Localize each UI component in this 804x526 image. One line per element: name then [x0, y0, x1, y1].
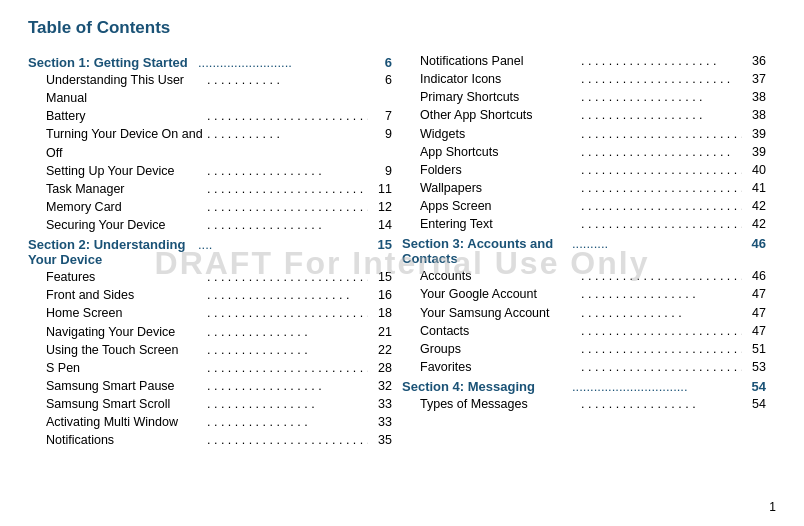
- entry-dots: . . . . . . . . . . . . . . . .: [207, 395, 368, 413]
- entry-page: 39: [742, 143, 766, 161]
- entry-dots: . . . . . . . . . . . . . . .: [207, 341, 368, 359]
- entry-dots: . . . . . . . . . . . . . . . . . . . . …: [581, 197, 742, 215]
- section-title: Section 4: Messaging: [402, 379, 572, 394]
- entry-dots: . . . . . . . . . . . . . . .: [581, 304, 742, 322]
- entry-page: 47: [742, 322, 766, 340]
- entry-page: 22: [368, 341, 392, 359]
- entry-page: 39: [742, 125, 766, 143]
- toc-entry: Contacts . . . . . . . . . . . . . . . .…: [402, 322, 766, 340]
- entry-dots: . . . . . . . . . . . . . . . . . . . . …: [581, 322, 742, 340]
- entry-title: Activating Multi Window: [46, 413, 207, 431]
- entry-dots: . . . . . . . . . . . . . . .: [207, 413, 368, 431]
- toc-entry: Samsung Smart Pause . . . . . . . . . . …: [28, 377, 392, 395]
- entry-title: Battery: [46, 107, 207, 125]
- entry-dots: . . . . . . . . . . . . . . . . . . . . …: [581, 161, 742, 179]
- entry-title: Your Samsung Account: [420, 304, 581, 322]
- entry-dots: . . . . . . . . . . . . . . . . . . . . …: [207, 304, 368, 322]
- toc-entry: Wallpapers . . . . . . . . . . . . . . .…: [402, 179, 766, 197]
- toc-entry: Folders . . . . . . . . . . . . . . . . …: [402, 161, 766, 179]
- toc-entry: Setting Up Your Device . . . . . . . . .…: [28, 162, 392, 180]
- entry-dots: ..........................: [198, 55, 368, 70]
- entry-page: 9: [368, 162, 392, 180]
- entry-dots: . . . . . . . . . . . . . . . . . . . . …: [581, 179, 742, 197]
- entry-page: 51: [742, 340, 766, 358]
- entry-title: Other App Shortcuts: [420, 106, 581, 124]
- entry-page: 54: [742, 379, 766, 394]
- entry-dots: . . . . . . . . . . . . . . . . . . . . …: [207, 180, 368, 198]
- right-column: Notifications Panel . . . . . . . . . . …: [402, 52, 776, 449]
- entry-dots: . . . . . . . . . . . . . . . . . .: [581, 88, 742, 106]
- entry-title: Navigating Your Device: [46, 323, 207, 341]
- entry-title: Samsung Smart Pause: [46, 377, 207, 395]
- entry-title: Home Screen: [46, 304, 207, 322]
- entry-title: Groups: [420, 340, 581, 358]
- toc-entry: Indicator Icons . . . . . . . . . . . . …: [402, 70, 766, 88]
- entry-dots: . . . . . . . . . . . . . . . . .: [581, 285, 742, 303]
- entry-page: 12: [368, 198, 392, 216]
- entry-page: 18: [368, 304, 392, 322]
- entry-dots: . . . . . . . . . . . . . . . . . . . . …: [581, 125, 742, 143]
- toc-entry: Understanding This User Manual . . . . .…: [28, 71, 392, 107]
- entry-page: 16: [368, 286, 392, 304]
- entry-page: 35: [368, 431, 392, 449]
- entry-page: 37: [742, 70, 766, 88]
- toc-entry: Task Manager . . . . . . . . . . . . . .…: [28, 180, 392, 198]
- section-header-row: Section 2: Understanding Your Device ...…: [28, 237, 392, 267]
- entry-title: Contacts: [420, 322, 581, 340]
- entry-page: 14: [368, 216, 392, 234]
- entry-dots: . . . . . . . . . . . . . . . . .: [207, 162, 368, 180]
- entry-dots: . . . . . . . . . . . . . . . . .: [207, 216, 368, 234]
- entry-page: 6: [368, 71, 392, 107]
- entry-title: Primary Shortcuts: [420, 88, 581, 106]
- entry-title: Notifications Panel: [420, 52, 581, 70]
- entry-title: S Pen: [46, 359, 207, 377]
- toc-entry: Notifications . . . . . . . . . . . . . …: [28, 431, 392, 449]
- entry-title: Securing Your Device: [46, 216, 207, 234]
- entry-dots: . . . . . . . . . . . . . . . . .: [581, 395, 742, 413]
- entry-dots: . . . . . . . . . . . . . . . . . . . . …: [207, 431, 368, 449]
- toc-entry: Your Samsung Account . . . . . . . . . .…: [402, 304, 766, 322]
- toc-entry: Battery . . . . . . . . . . . . . . . . …: [28, 107, 392, 125]
- toc-entry: Home Screen . . . . . . . . . . . . . . …: [28, 304, 392, 322]
- toc-entry: Navigating Your Device . . . . . . . . .…: [28, 323, 392, 341]
- entry-page: 36: [742, 52, 766, 70]
- toc-entry: Apps Screen . . . . . . . . . . . . . . …: [402, 197, 766, 215]
- toc-entry: Widgets . . . . . . . . . . . . . . . . …: [402, 125, 766, 143]
- entry-title: Turning Your Device On and Off: [46, 125, 207, 161]
- entry-dots: . . . . . . . . . . . . . . . . . . . . …: [207, 286, 368, 304]
- entry-page: 46: [742, 236, 766, 251]
- toc-entry: Groups . . . . . . . . . . . . . . . . .…: [402, 340, 766, 358]
- entry-title: Setting Up Your Device: [46, 162, 207, 180]
- entry-dots: . . . . . . . . . . . . . . . . . . . . …: [207, 359, 368, 377]
- entry-page: 53: [742, 358, 766, 376]
- entry-page: 15: [368, 237, 392, 252]
- section-header-row: Section 4: Messaging ...................…: [402, 379, 766, 394]
- entry-dots: . . . . . . . . . . . . . . . . . . . . …: [581, 143, 742, 161]
- entry-title: Samsung Smart Scroll: [46, 395, 207, 413]
- entry-page: 11: [368, 180, 392, 198]
- page-number: 1: [769, 500, 776, 514]
- entry-title: App Shortcuts: [420, 143, 581, 161]
- section-title: Section 3: Accounts and Contacts: [402, 236, 572, 266]
- toc-entry: Accounts . . . . . . . . . . . . . . . .…: [402, 267, 766, 285]
- entry-dots: . . . . . . . . . . . . . . . . . . . . …: [207, 198, 368, 216]
- entry-page: 38: [742, 88, 766, 106]
- section-title: Section 1: Getting Started: [28, 55, 198, 70]
- entry-dots: . . . . . . . . . . . . . . . . . . . . …: [581, 267, 742, 285]
- entry-page: 54: [742, 395, 766, 413]
- toc-entry: Favorites . . . . . . . . . . . . . . . …: [402, 358, 766, 376]
- entry-dots: . . . . . . . . . . . . . . . . .: [207, 377, 368, 395]
- entry-dots: . . . . . . . . . . . . . . . . . . . .: [581, 52, 742, 70]
- page-title: Table of Contents: [28, 18, 776, 38]
- entry-page: 15: [368, 268, 392, 286]
- entry-title: Entering Text: [420, 215, 581, 233]
- entry-dots: . . . . . . . . . . . . . . .: [207, 323, 368, 341]
- entry-title: Folders: [420, 161, 581, 179]
- entry-dots: . . . . . . . . . . .: [207, 71, 368, 107]
- entry-title: Front and Sides: [46, 286, 207, 304]
- entry-page: 32: [368, 377, 392, 395]
- entry-title: Wallpapers: [420, 179, 581, 197]
- entry-page: 7: [368, 107, 392, 125]
- toc-entry: Other App Shortcuts . . . . . . . . . . …: [402, 106, 766, 124]
- toc-entry: Your Google Account . . . . . . . . . . …: [402, 285, 766, 303]
